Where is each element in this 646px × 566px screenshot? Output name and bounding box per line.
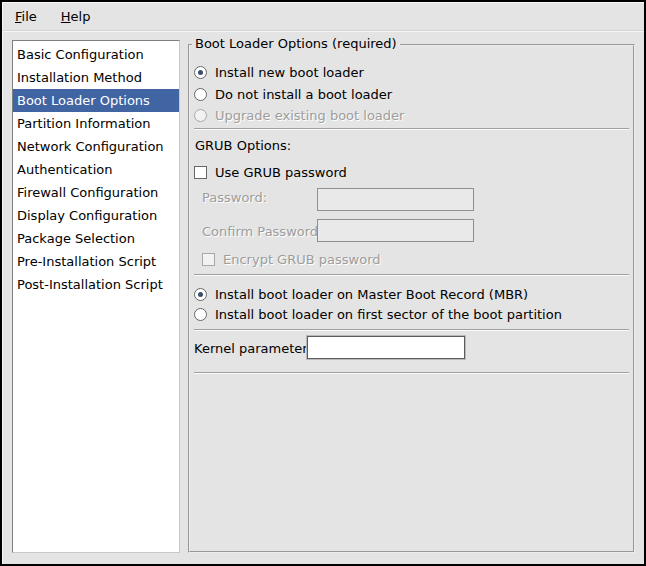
sidebar-item[interactable]: Firewall Configuration: [13, 181, 179, 204]
menu-file-rest: ile: [22, 9, 37, 24]
radio-icon[interactable]: [194, 288, 207, 301]
radio-label[interactable]: Install boot loader on first sector of t…: [215, 307, 562, 322]
confirm-password-label: Confirm Password:: [202, 224, 322, 239]
menu-file[interactable]: File: [12, 7, 40, 26]
kernel-parameters-input[interactable]: [307, 336, 465, 359]
password-label: Password:: [202, 190, 267, 205]
checkbox-icon[interactable]: [194, 166, 207, 179]
sidebar-item[interactable]: Installation Method: [13, 66, 179, 89]
radio-install-on-mbr[interactable]: Install boot loader on Master Boot Recor…: [194, 286, 528, 303]
menu-help[interactable]: Help: [58, 7, 94, 26]
menu-help-rest: elp: [71, 9, 91, 24]
separator: [194, 128, 629, 130]
checkbox-label[interactable]: Use GRUB password: [215, 165, 347, 180]
radio-icon[interactable]: [194, 66, 207, 79]
separator: [194, 329, 629, 331]
radio-label[interactable]: Install new boot loader: [215, 65, 364, 80]
grub-options-label: GRUB Options:: [195, 138, 291, 153]
radio-label[interactable]: Do not install a boot loader: [215, 87, 392, 102]
radio-label: Upgrade existing boot loader: [215, 108, 404, 123]
menubar: File Help: [2, 2, 644, 31]
sidebar-item[interactable]: Authentication: [13, 158, 179, 181]
kickstart-configurator-window: File Help Basic ConfigurationInstallatio…: [0, 0, 646, 566]
sidebar-item[interactable]: Display Configuration: [13, 204, 179, 227]
radio-do-not-install-boot-loader[interactable]: Do not install a boot loader: [194, 86, 392, 103]
sidebar-item[interactable]: Basic Configuration: [13, 43, 179, 66]
radio-upgrade-existing-boot-loader: Upgrade existing boot loader: [194, 107, 404, 124]
radio-icon[interactable]: [194, 88, 207, 101]
radio-icon[interactable]: [194, 308, 207, 321]
frame-content: Install new boot loader Do not install a…: [190, 46, 633, 551]
confirm-password-input: [317, 219, 474, 242]
sidebar-item[interactable]: Partition Information: [13, 112, 179, 135]
checkbox-icon: [202, 253, 215, 266]
boot-loader-options-frame: Boot Loader Options (required) Install n…: [188, 44, 635, 553]
sidebar-item[interactable]: Pre-Installation Script: [13, 250, 179, 273]
radio-icon: [194, 109, 207, 122]
separator: [194, 372, 629, 374]
checkbox-use-grub-password[interactable]: Use GRUB password: [194, 164, 347, 181]
password-input: [317, 188, 474, 211]
radio-label[interactable]: Install boot loader on Master Boot Recor…: [215, 287, 528, 302]
checkbox-label: Encrypt GRUB password: [223, 252, 381, 267]
kernel-parameters-label: Kernel parameters:: [194, 341, 319, 356]
menu-help-mnemonic: H: [61, 9, 71, 24]
sidebar-item[interactable]: Package Selection: [13, 227, 179, 250]
sidebar-item[interactable]: Post-Installation Script: [13, 273, 179, 296]
radio-install-new-boot-loader[interactable]: Install new boot loader: [194, 64, 364, 81]
separator: [194, 274, 629, 276]
radio-install-on-first-sector[interactable]: Install boot loader on first sector of t…: [194, 306, 562, 323]
checkbox-encrypt-grub-password: Encrypt GRUB password: [202, 251, 381, 268]
sidebar-item[interactable]: Network Configuration: [13, 135, 179, 158]
sidebar-list: Basic ConfigurationInstallation MethodBo…: [12, 40, 180, 553]
sidebar-item[interactable]: Boot Loader Options: [13, 89, 179, 112]
